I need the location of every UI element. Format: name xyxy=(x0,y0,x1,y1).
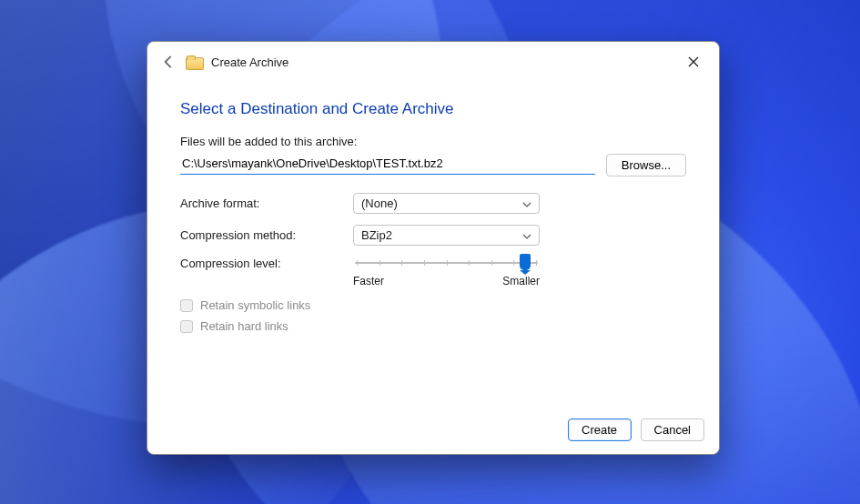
archive-format-label: Archive format: xyxy=(180,197,353,210)
chevron-down-icon xyxy=(522,197,531,210)
archive-format-value: (None) xyxy=(361,197,398,210)
destination-path-input[interactable] xyxy=(180,154,595,175)
compression-method-value: BZip2 xyxy=(361,228,392,242)
retain-symbolic-links-label: Retain symbolic links xyxy=(200,298,310,312)
titlebar: Create Archive xyxy=(147,42,719,76)
retain-hard-links-row: Retain hard links xyxy=(180,319,686,333)
browse-button[interactable]: Browse... xyxy=(606,154,686,176)
create-archive-dialog: Create Archive Select a Destination and … xyxy=(147,41,720,455)
back-button[interactable] xyxy=(160,54,177,70)
retain-hard-links-label: Retain hard links xyxy=(200,319,288,333)
slider-thumb[interactable] xyxy=(520,254,531,270)
slider-right-label: Smaller xyxy=(502,275,540,287)
dialog-content: Select a Destination and Create Archive … xyxy=(147,76,719,408)
page-heading: Select a Destination and Create Archive xyxy=(180,100,686,118)
archive-format-combo[interactable]: (None) xyxy=(353,193,540,214)
retain-symbolic-links-checkbox xyxy=(180,299,193,312)
compression-method-combo[interactable]: BZip2 xyxy=(353,225,540,246)
folder-icon xyxy=(186,55,202,68)
dialog-title: Create Archive xyxy=(211,55,288,69)
slider-left-label: Faster xyxy=(353,275,384,287)
retain-symbolic-links-row: Retain symbolic links xyxy=(180,298,686,312)
cancel-button[interactable]: Cancel xyxy=(641,418,704,441)
create-button[interactable]: Create xyxy=(568,418,632,441)
compression-level-label: Compression level: xyxy=(180,257,353,270)
dialog-footer: Create Cancel xyxy=(147,408,719,454)
chevron-down-icon xyxy=(522,228,531,242)
compression-level-slider[interactable] xyxy=(353,257,540,269)
compression-method-label: Compression method: xyxy=(180,228,353,242)
archive-hint-label: Files will be added to this archive: xyxy=(180,135,686,148)
retain-hard-links-checkbox xyxy=(180,320,193,333)
close-button[interactable] xyxy=(681,51,706,73)
